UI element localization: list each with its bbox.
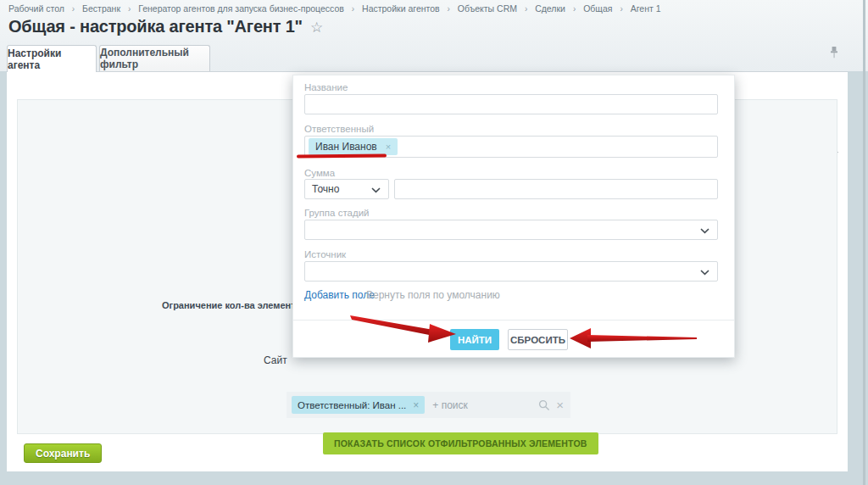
reset-button[interactable]: СБРОСИТЬ [508,329,568,350]
source-field-label: Источник [304,249,346,259]
breadcrumb-separator-icon: › [573,4,576,14]
pin-icon[interactable] [829,47,839,59]
scroll-strip [863,0,865,485]
chip-remove-icon[interactable]: × [413,399,419,411]
responsible-field-label: Ответственный [304,124,374,134]
name-field-label: Название [304,82,348,92]
name-input[interactable] [304,94,718,114]
breadcrumb-separator-icon: › [72,4,75,14]
breadcrumb-item-deals[interactable]: Сделки [535,3,565,14]
red-arrow-right-annotation [570,326,698,350]
tab-agent-settings[interactable]: Настройки агента [7,45,97,72]
chevron-down-icon [700,270,709,276]
stage-group-select[interactable] [304,220,718,240]
breadcrumb: Рабочий стол › Бестранк › Генератор аген… [8,3,661,14]
sum-operator-value: Точно [312,183,339,195]
save-button[interactable]: Сохранить [24,443,102,463]
app-root: Рабочий стол › Бестранк › Генератор аген… [0,0,868,485]
sum-value-input[interactable] [394,179,718,199]
red-arrow-left-annotation [350,314,457,344]
breadcrumb-separator-icon: › [352,4,354,14]
breadcrumb-separator-icon: › [525,4,527,14]
source-select[interactable] [304,261,718,282]
clear-search-icon[interactable]: × [556,399,564,411]
filter-chip-responsible[interactable]: Ответственный: Иван ... × [292,396,425,414]
chevron-down-icon [371,187,381,193]
breadcrumb-item-general[interactable]: Общая [583,3,612,14]
chevron-down-icon [700,228,709,234]
tab-additional-filter[interactable]: Дополнительный фильтр [99,45,210,71]
search-input[interactable]: + поиск [432,399,538,411]
search-icon[interactable] [538,399,550,411]
responsible-tag[interactable]: Иван Иванов × [309,138,398,155]
breadcrumb-item-agent-settings[interactable]: Настройки агентов [362,3,440,14]
breadcrumb-item-agent-generator[interactable]: Генератор агентов для запуска бизнес-про… [138,3,344,14]
sum-operator-select[interactable]: Точно [304,179,389,199]
breadcrumb-item-agent1[interactable]: Агент 1 [631,3,661,14]
show-filtered-list-button[interactable]: ПОКАЗАТЬ СПИСОК ОТФИЛЬТРОВАННЫХ ЭЛЕМЕНТО… [323,432,598,454]
breadcrumb-separator-icon: › [128,4,131,14]
filter-chip-label: Ответственный: Иван ... [298,400,406,410]
breadcrumb-item-desktop[interactable]: Рабочий стол [8,3,64,14]
add-field-link[interactable]: Добавить поле [304,289,375,301]
site-label: Сайт [264,354,287,366]
restore-fields-link[interactable]: Вернуть поля по умолчанию [366,289,500,301]
breadcrumb-separator-icon: › [620,4,622,14]
responsible-tag-label: Иван Иванов [315,141,377,153]
sum-field-label: Сумма [304,168,335,178]
breadcrumb-item-bestrank[interactable]: Бестранк [82,3,120,14]
stage-group-field-label: Группа стадий [304,208,370,218]
breadcrumb-separator-icon: › [448,4,450,14]
breadcrumb-item-crm-objects[interactable]: Объекты CRM [458,3,517,14]
tag-remove-icon[interactable]: × [386,142,391,152]
page-title: Общая - настройка агента "Агент 1" [8,17,303,36]
filter-search-bar[interactable]: Ответственный: Иван ... × + поиск × [287,392,570,418]
find-button[interactable]: НАЙТИ [450,329,499,350]
favorite-star-icon[interactable]: ☆ [310,19,323,36]
